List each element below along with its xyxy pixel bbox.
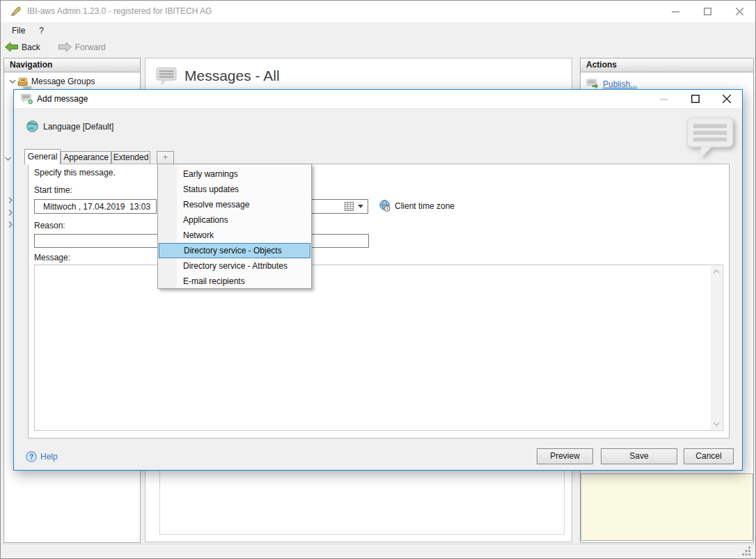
menu-item-email-recipients[interactable]: E-mail recipients — [158, 274, 311, 289]
chevron-down-icon — [358, 205, 363, 208]
message-textarea[interactable] — [34, 265, 723, 431]
intro-text: Specify this message. — [34, 168, 116, 178]
dialog-controls — [648, 90, 742, 108]
messages-icon — [156, 67, 177, 86]
message-label: Message: — [34, 253, 70, 262]
cancel-button[interactable]: Cancel — [684, 448, 734, 464]
help-label: Help — [40, 452, 58, 462]
menu-help[interactable]: ? — [32, 24, 51, 38]
menu-item-applications[interactable]: Applications — [158, 212, 311, 228]
message-watermark-icon — [686, 116, 734, 159]
chevron-down-icon[interactable] — [4, 155, 12, 162]
close-icon[interactable] — [711, 90, 742, 108]
window-controls — [659, 1, 755, 22]
reason-label: Reason: — [34, 221, 65, 230]
page-title: Messages - All — [184, 68, 280, 84]
publish-icon — [586, 79, 599, 89]
calendar-dropdown-button[interactable] — [345, 202, 363, 211]
start-time-label: Start time: — [34, 185, 72, 195]
menu-file[interactable]: File — [5, 24, 32, 38]
navigation-header: Navigation — [4, 58, 140, 72]
window-title: IBI-aws Admin 1.23.0 - registered for IB… — [27, 6, 212, 16]
action-description-box — [581, 473, 753, 541]
time-zone-globe-icon — [379, 200, 391, 212]
help-icon: ? — [26, 451, 37, 462]
textarea-scrollbar[interactable] — [711, 266, 722, 430]
scroll-up-icon[interactable] — [713, 269, 720, 274]
svg-text:?: ? — [29, 453, 33, 461]
publish-link[interactable]: Publish... — [586, 79, 637, 89]
tab-extended[interactable]: Extended — [111, 151, 150, 164]
scroll-down-icon[interactable] — [713, 422, 720, 426]
menu-item-network[interactable]: Network — [158, 228, 311, 243]
back-label: Back — [22, 42, 40, 52]
back-button[interactable]: Back — [1, 40, 45, 54]
menu-item-directory-service-objects[interactable]: Directory service - Objects — [159, 243, 310, 258]
menu-item-early-warnings[interactable]: Early warnings — [158, 166, 311, 182]
close-icon[interactable] — [723, 1, 755, 22]
minimize-icon[interactable] — [659, 1, 691, 22]
maximize-icon[interactable] — [679, 90, 711, 108]
dialog-titlebar: Add message — [14, 90, 742, 108]
dialog-title: Add message — [37, 94, 88, 104]
start-time-picker[interactable]: Mittwoch , 17.04.2019 13:03 — [34, 199, 157, 214]
app-window: IBI-aws Admin 1.23.0 - registered for IB… — [0, 0, 756, 559]
sidebar-item-message-groups[interactable]: Message Groups — [4, 75, 95, 88]
language-selector[interactable]: Language [Default] — [26, 120, 113, 132]
save-button[interactable]: Save — [601, 448, 677, 464]
menu-item-status-updates[interactable]: Status updates — [158, 182, 311, 197]
menu-item-resolve-message[interactable]: Resolve message — [158, 197, 311, 212]
language-label: Language [Default] — [43, 122, 113, 132]
template-category-menu: Early warnings Status updates Resolve me… — [157, 164, 312, 289]
chevron-down-icon[interactable] — [8, 78, 17, 85]
app-icon — [10, 6, 22, 17]
menu-bar: File ? — [1, 22, 755, 39]
forward-button[interactable]: Forward — [54, 40, 110, 54]
minimize-icon[interactable] — [648, 90, 679, 108]
calendar-icon — [345, 202, 354, 211]
window-titlebar: IBI-aws Admin 1.23.0 - registered for IB… — [1, 1, 755, 22]
add-message-icon — [21, 93, 33, 105]
globe-icon — [26, 120, 38, 132]
actions-header: Actions — [581, 58, 753, 72]
status-bar — [1, 544, 755, 558]
maximize-icon[interactable] — [691, 1, 723, 22]
forward-arrow-icon — [58, 42, 72, 52]
tab-appearance[interactable]: Appearance — [61, 151, 111, 164]
message-groups-label: Message Groups — [31, 77, 95, 86]
tool-bar: Back Forward — [1, 39, 755, 55]
tab-general[interactable]: General — [24, 149, 61, 164]
help-link[interactable]: ? Help — [26, 451, 58, 462]
client-time-zone: Client time zone — [379, 200, 455, 212]
forward-label: Forward — [75, 42, 106, 52]
tab-add-template[interactable]: + — [157, 151, 174, 164]
client-time-zone-label: Client time zone — [395, 201, 455, 211]
back-arrow-icon — [5, 42, 18, 52]
menu-item-directory-service-attributes[interactable]: Directory service - Attributes — [158, 258, 311, 274]
add-message-dialog: Add message Language [Default] — [13, 89, 743, 471]
resize-grip[interactable] — [742, 546, 751, 556]
preview-button[interactable]: Preview — [537, 448, 593, 464]
publish-label: Publish... — [603, 79, 637, 89]
